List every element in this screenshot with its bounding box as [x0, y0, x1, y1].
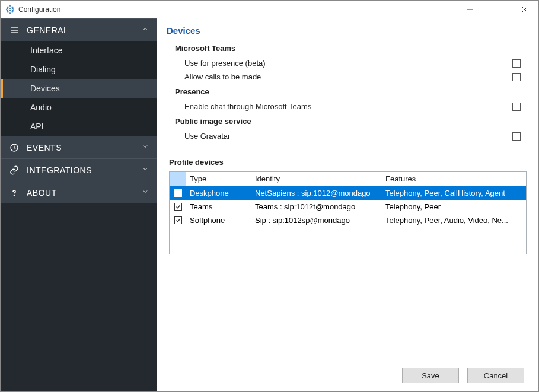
save-button[interactable]: Save — [402, 368, 459, 383]
row-checkbox[interactable] — [174, 189, 182, 197]
cancel-button[interactable]: Cancel — [467, 368, 524, 383]
option-label: Use Gravatar — [184, 132, 512, 141]
profile-devices-title: Profile devices — [169, 158, 529, 167]
cell-features: Telephony, Peer, Audio, Video, Ne... — [382, 213, 526, 227]
table-header-row: Type Identity Features — [170, 172, 526, 186]
checkbox[interactable] — [512, 103, 521, 111]
group-title-public-image: Public image service — [175, 117, 529, 126]
chevron-down-icon — [142, 165, 149, 174]
checkbox[interactable] — [512, 59, 521, 68]
main-panel: Devices Microsoft Teams Use for presence… — [157, 18, 538, 391]
profile-devices-table: Type Identity Features Deskphone NetSapi… — [169, 171, 527, 254]
table-row[interactable]: Teams Teams : sip:1012t@mondago Telephon… — [170, 200, 526, 213]
sidebar-item-api[interactable]: API — [1, 117, 157, 136]
cell-type: Deskphone — [186, 186, 251, 200]
maximize-button[interactable] — [484, 1, 511, 18]
sidebar-item-dialing[interactable]: Dialing — [1, 60, 157, 79]
row-checkbox[interactable] — [174, 216, 182, 224]
cell-identity: NetSapiens : sip:1012@mondago — [251, 186, 382, 200]
group-title-presence: Presence — [175, 87, 529, 96]
sidebar-item-label: Devices — [30, 84, 60, 93]
svg-point-9 — [14, 195, 14, 195]
sidebar-section-about[interactable]: ABOUT — [1, 181, 157, 203]
sidebar-item-devices[interactable]: Devices — [1, 79, 157, 98]
sidebar-item-label: API — [30, 122, 44, 131]
table-header-features[interactable]: Features — [382, 172, 526, 186]
sidebar-section-general[interactable]: GENERAL — [1, 18, 157, 41]
cell-type: Softphone — [186, 213, 251, 227]
cell-features: Telephony, Peer — [382, 200, 526, 213]
divider — [167, 149, 529, 149]
option-label: Use for presence (beta) — [184, 59, 512, 68]
chevron-down-icon — [142, 143, 149, 152]
table-header-checkbox[interactable] — [170, 172, 186, 186]
sidebar-section-label: ABOUT — [27, 188, 142, 197]
option-use-gravatar: Use Gravatar — [167, 129, 529, 143]
events-icon — [9, 142, 20, 153]
window-title: Configuration — [18, 5, 60, 14]
option-allow-calls: Allow calls to be made — [167, 70, 529, 84]
option-label: Allow calls to be made — [184, 72, 512, 81]
question-icon — [9, 187, 20, 198]
footer: Save Cancel — [167, 361, 529, 391]
chevron-down-icon — [142, 188, 149, 197]
sidebar-section-events[interactable]: EVENTS — [1, 136, 157, 158]
link-icon — [9, 165, 20, 176]
titlebar: Configuration — [1, 1, 538, 18]
sidebar-section-integrations[interactable]: INTEGRATIONS — [1, 158, 157, 181]
close-button[interactable] — [511, 1, 538, 18]
table-header-type[interactable]: Type — [186, 172, 251, 186]
sidebar-item-label: Interface — [30, 46, 62, 55]
page-title: Devices — [167, 26, 529, 36]
cell-type: Teams — [186, 200, 251, 213]
svg-point-0 — [9, 8, 11, 11]
sidebar-section-label: EVENTS — [27, 143, 142, 152]
svg-rect-2 — [495, 7, 500, 12]
option-label: Enable chat through Microsoft Teams — [184, 102, 512, 111]
table-header-identity[interactable]: Identity — [251, 172, 382, 186]
sidebar-section-label: INTEGRATIONS — [27, 165, 142, 175]
sidebar-section-label: GENERAL — [27, 26, 142, 35]
sidebar-item-label: Audio — [30, 103, 52, 112]
sidebar-item-label: Dialing — [30, 65, 56, 74]
sidebar-item-audio[interactable]: Audio — [1, 98, 157, 117]
table-row[interactable]: Softphone Sip : sip:1012sp@mondago Telep… — [170, 213, 526, 227]
gear-icon — [5, 5, 15, 14]
checkbox[interactable] — [512, 73, 521, 81]
option-use-for-presence: Use for presence (beta) — [167, 56, 529, 70]
chevron-up-icon — [142, 26, 149, 34]
sidebar-item-interface[interactable]: Interface — [1, 41, 157, 60]
row-checkbox[interactable] — [174, 203, 182, 211]
group-title-teams: Microsoft Teams — [175, 44, 529, 53]
checkbox[interactable] — [512, 132, 521, 141]
hamburger-icon — [9, 25, 20, 36]
option-enable-chat-teams: Enable chat through Microsoft Teams — [167, 100, 529, 113]
cell-identity: Sip : sip:1012sp@mondago — [251, 213, 382, 227]
cell-features: Telephony, Peer, CallHistory, Agent — [382, 186, 526, 200]
table-row[interactable]: Deskphone NetSapiens : sip:1012@mondago … — [170, 186, 526, 200]
cell-identity: Teams : sip:1012t@mondago — [251, 200, 382, 213]
sidebar: GENERAL Interface Dialing Devices Audio … — [1, 18, 157, 391]
minimize-button[interactable] — [457, 1, 484, 18]
